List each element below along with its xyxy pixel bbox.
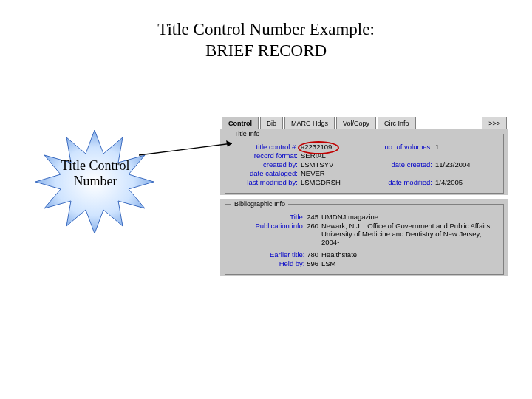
- lbl-held-by: Held by: 596: [230, 259, 321, 267]
- tab-more[interactable]: >>>: [482, 117, 507, 129]
- val-date-modified: 1/4/2005: [435, 178, 463, 186]
- group-separator: [220, 195, 508, 200]
- svg-line-1: [139, 143, 232, 155]
- tab-control[interactable]: Control: [222, 117, 259, 129]
- val-held-by: LSM: [321, 259, 499, 267]
- title-line1: Title Control Number Example:: [157, 20, 375, 38]
- val-title-control-num: a2232109: [301, 143, 332, 151]
- val-earlier-title: Healthstate: [321, 250, 499, 259]
- group-legend-biblio: Bibliographic Info: [231, 200, 288, 208]
- group-biblio-info: Bibliographic Info Title: 245 UMDNJ maga…: [225, 204, 504, 275]
- lbl-last-modified-by: last modified by:: [230, 178, 301, 186]
- record-panel: Control Bib MARC Hdgs Vol/Copy Circ Info…: [220, 115, 508, 276]
- group-legend-title-info: Title Info: [231, 130, 262, 137]
- lbl-pub-info: Publication info: 260: [230, 222, 321, 246]
- lbl-date-modified: date modified:: [364, 178, 435, 186]
- arrow-icon: [139, 140, 241, 163]
- group-title-info: Title Info title control #: a2232109 no.…: [225, 134, 504, 194]
- tab-bar: Control Bib MARC Hdgs Vol/Copy Circ Info…: [220, 115, 508, 129]
- starburst-label: Title ControlNumber: [44, 158, 146, 188]
- lbl-earlier-title: Earlier title: 780: [230, 250, 321, 259]
- svg-marker-2: [226, 140, 232, 147]
- val-last-modified-by: LSMGDRSH: [301, 178, 341, 186]
- val-record-format: SERIAL: [301, 151, 326, 160]
- slide-title: Title Control Number Example: BRIEF RECO…: [0, 19, 532, 62]
- val-pub-info: Newark, N.J. : Office of Government and …: [321, 222, 499, 246]
- lbl-date-created: date created:: [364, 160, 435, 168]
- tab-bib[interactable]: Bib: [260, 117, 283, 129]
- val-date-created: 11/23/2004: [435, 160, 471, 168]
- tab-marc-hdgs[interactable]: MARC Hdgs: [284, 117, 335, 129]
- tab-vol-copy[interactable]: Vol/Copy: [336, 117, 376, 129]
- tab-circ-info[interactable]: Circ Info: [378, 117, 416, 129]
- title-line2: BRIEF RECORD: [205, 41, 327, 60]
- lbl-title: Title: 245: [230, 213, 321, 221]
- val-date-cataloged: NEVER: [301, 169, 325, 177]
- val-no-volumes: 1: [435, 143, 439, 151]
- lbl-no-volumes: no. of volumes:: [364, 143, 435, 151]
- val-title: UMDNJ magazine.: [321, 213, 499, 221]
- val-created-by: LSMTSYV: [301, 160, 333, 168]
- lbl-date-cataloged: date cataloged:: [230, 169, 301, 177]
